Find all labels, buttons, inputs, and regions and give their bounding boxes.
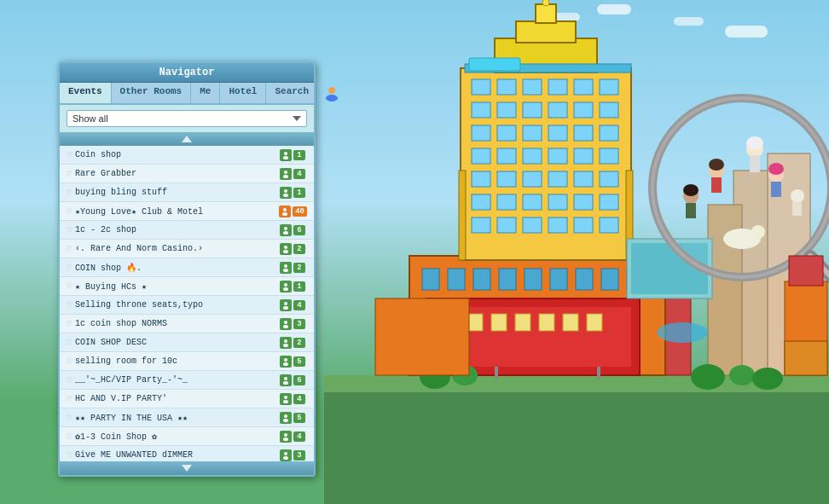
room-favorite-heart[interactable]: ♡	[67, 394, 72, 404]
room-list-item[interactable]: ♡1c - 2c shop6	[60, 221, 314, 240]
room-user-icon	[280, 412, 292, 424]
room-user-icon	[280, 449, 292, 461]
room-favorite-heart[interactable]: ♡	[67, 375, 72, 385]
room-name-label: 1c - 2c shop	[75, 225, 280, 235]
room-list-item[interactable]: ♡★Young Love★ Club & Motel40	[60, 202, 314, 221]
room-favorite-heart[interactable]: ♡	[67, 319, 72, 329]
tab-events[interactable]: Events	[60, 83, 112, 103]
room-list-item[interactable]: ♡Rare Grabber4	[60, 165, 314, 183]
room-count-badge: 2	[293, 338, 305, 348]
room-favorite-heart[interactable]: ♡	[67, 413, 72, 423]
room-favorite-heart[interactable]: ♡	[67, 244, 72, 254]
svg-point-128	[284, 171, 287, 174]
svg-point-159	[283, 456, 288, 460]
room-name-label: Coin shop	[75, 150, 280, 159]
room-list-item[interactable]: ♡COIN shop 🔥.2	[60, 258, 314, 277]
room-user-icon	[280, 168, 292, 180]
svg-rect-59	[548, 148, 567, 164]
room-count-badge: 5	[293, 413, 305, 423]
svg-rect-105	[711, 177, 722, 193]
room-list-item[interactable]: ♡‹. Rare And Norm Casino.›2	[60, 240, 314, 258]
room-count-badge: 1	[293, 281, 305, 292]
svg-point-91	[691, 364, 725, 390]
svg-point-129	[283, 175, 288, 178]
svg-point-149	[283, 362, 288, 366]
room-users-count: 1	[280, 149, 307, 161]
svg-point-106	[709, 159, 724, 171]
svg-point-92	[729, 365, 755, 385]
room-list-item[interactable]: ♡1c coin shop NORMS3	[60, 315, 314, 333]
navigator-panel: Navigator Events Other Rooms Me Hotel Se…	[58, 61, 316, 477]
tab-me[interactable]: Me	[191, 83, 220, 103]
svg-rect-52	[523, 125, 542, 141]
room-list-item[interactable]: ♡__'~_HC/VIP Party_-'~_6	[60, 371, 314, 390]
room-users-count: 3	[280, 449, 307, 461]
svg-point-138	[284, 264, 287, 268]
room-list-item[interactable]: ♡COIN SHOP DESC2	[60, 333, 314, 352]
room-count-badge: 4	[293, 432, 305, 442]
room-count-badge: 2	[293, 263, 305, 273]
room-favorite-heart[interactable]: ♡	[67, 356, 72, 367]
room-favorite-heart[interactable]: ♡	[67, 225, 72, 235]
svg-rect-117	[375, 298, 469, 375]
room-users-count: 4	[280, 431, 307, 443]
scroll-up-button[interactable]	[60, 132, 314, 146]
tab-search[interactable]: Search	[266, 83, 318, 103]
room-list-item[interactable]: ♡Coin shop1	[60, 146, 314, 165]
profile-icon[interactable]	[318, 83, 345, 103]
room-count-badge: 6	[293, 375, 305, 385]
room-name-label: __'~_HC/VIP Party_-'~_	[75, 375, 280, 385]
navigator-title: Navigator	[60, 63, 314, 83]
svg-rect-63	[497, 171, 516, 187]
room-favorite-heart[interactable]: ♡	[67, 206, 72, 217]
svg-point-145	[283, 325, 288, 328]
room-users-count: 4	[280, 393, 307, 405]
room-favorite-heart[interactable]: ♡	[67, 150, 72, 160]
room-favorite-heart[interactable]: ♡	[67, 338, 72, 348]
svg-rect-64	[523, 171, 542, 187]
svg-rect-62	[472, 171, 490, 187]
svg-rect-71	[548, 194, 567, 210]
room-list-item[interactable]: ♡buying bling stuff1	[60, 183, 314, 202]
room-name-label: ✿1-3 Coin Shop ✿	[75, 432, 280, 442]
room-list-item[interactable]: ♡Give ME UNWANTED dIMMER3	[60, 446, 314, 461]
show-all-dropdown[interactable]: Show all Trading Games Roleplay Free cha…	[67, 110, 307, 127]
room-name-label: Selling throne seats,typo	[75, 300, 280, 310]
svg-point-143	[283, 306, 288, 310]
svg-point-140	[284, 283, 287, 287]
room-name-label: selling room for 10c	[75, 356, 280, 366]
room-name-label: Give ME UNWANTED dIMMER	[75, 450, 280, 460]
room-favorite-heart[interactable]: ♡	[67, 263, 72, 273]
room-favorite-heart[interactable]: ♡	[67, 432, 72, 442]
room-name-label: buying bling stuff	[75, 188, 280, 197]
svg-rect-46	[523, 102, 542, 118]
room-list-item[interactable]: ♡HC AND V.IP PARTY'4	[60, 390, 314, 408]
room-favorite-heart[interactable]: ♡	[67, 450, 72, 461]
room-list-item[interactable]: ♡Selling throne seats,typo4	[60, 296, 314, 315]
tab-hotel[interactable]: Hotel	[220, 83, 266, 103]
svg-point-154	[284, 414, 287, 418]
room-name-label: ★ Buying HCs ★	[75, 281, 280, 292]
room-list-item[interactable]: ♡★ Buying HCs ★1	[60, 277, 314, 296]
room-list-item[interactable]: ♡★★ PARTY IN THE USA ★★5	[60, 408, 314, 427]
svg-point-127	[283, 156, 288, 159]
svg-rect-36	[587, 314, 602, 331]
navigator-tabs: Events Other Rooms Me Hotel Search	[60, 83, 314, 105]
svg-rect-56	[472, 148, 490, 164]
svg-point-141	[283, 287, 288, 291]
room-count-badge: 4	[293, 394, 305, 404]
room-favorite-heart[interactable]: ♡	[67, 169, 72, 179]
scroll-down-button[interactable]	[60, 461, 314, 475]
svg-rect-81	[516, 21, 576, 43]
room-users-count: 6	[280, 224, 307, 236]
room-favorite-heart[interactable]: ♡	[67, 281, 72, 292]
svg-point-96	[657, 322, 708, 343]
room-count-badge: 40	[293, 206, 307, 217]
room-favorite-heart[interactable]: ♡	[67, 300, 72, 310]
room-favorite-heart[interactable]: ♡	[67, 188, 72, 198]
svg-rect-82	[536, 4, 556, 23]
room-list-item[interactable]: ♡selling room for 10c5	[60, 352, 314, 371]
tab-other-rooms[interactable]: Other Rooms	[112, 83, 192, 103]
svg-rect-39	[497, 79, 516, 95]
room-list-item[interactable]: ♡✿1-3 Coin Shop ✿4	[60, 427, 314, 446]
